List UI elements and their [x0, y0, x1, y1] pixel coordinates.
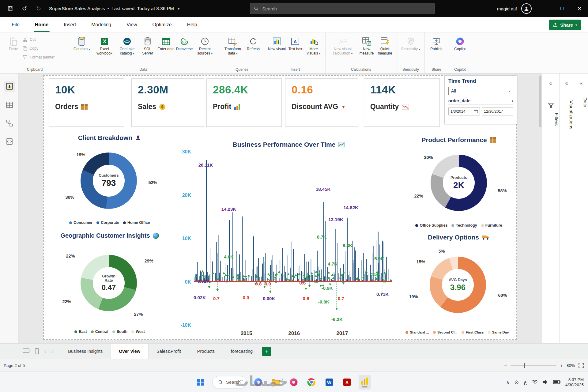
language-indicator[interactable]: ع	[524, 379, 527, 385]
onelake-catalog-button[interactable]: OneLake catalog ▾	[116, 34, 138, 56]
legend-item[interactable]: Same Day	[488, 330, 509, 334]
chevron-down-icon[interactable]: ▼	[177, 7, 180, 10]
quick-measure-button[interactable]: Quick measure	[376, 34, 394, 55]
fit-to-page-icon[interactable]	[579, 363, 584, 368]
taskbar-search[interactable]: Search	[212, 376, 247, 388]
page-tab-over-view[interactable]: Over View	[111, 344, 149, 359]
kpi-card-discount[interactable]: 0.16 Discount AVG▼	[285, 78, 358, 127]
maximize-button[interactable]: ☐	[554, 0, 571, 17]
more-visuals-button[interactable]: More visuals ▾	[304, 34, 323, 56]
time-trend-filter-dropdown[interactable]: All ▾	[448, 87, 513, 95]
copilot-button[interactable]: Copilot	[451, 34, 469, 51]
wifi-icon[interactable]	[532, 380, 538, 384]
sql-server-button[interactable]: SQL Server	[138, 34, 157, 55]
kpi-card-profit[interactable]: 286.4K Profit	[206, 78, 282, 127]
legend-item[interactable]: Furniture	[481, 223, 502, 228]
minimize-button[interactable]: ─	[537, 0, 554, 17]
windows-start-button[interactable]	[194, 375, 207, 390]
menu-help[interactable]: Help	[184, 17, 200, 32]
menu-file[interactable]: File	[9, 17, 23, 32]
legend-item[interactable]: Office Supplies	[415, 223, 447, 228]
copilot-taskbar-icon[interactable]	[252, 375, 264, 390]
table-view-icon[interactable]	[4, 99, 15, 110]
legend-item[interactable]: First Class	[462, 330, 484, 334]
geographic-donut[interactable]: Growth Rate 0.47	[81, 255, 137, 311]
client-breakdown-donut[interactable]: Customers 793	[81, 153, 137, 209]
save-icon[interactable]	[4, 2, 17, 15]
dataverse-button[interactable]: Dataverse	[175, 34, 194, 51]
menu-home[interactable]: Home	[32, 17, 51, 32]
legend-item[interactable]: West	[131, 330, 145, 334]
word-icon[interactable]: W	[323, 375, 335, 390]
legend-item[interactable]: Second Cl...	[433, 330, 458, 334]
add-page-button[interactable]: +	[262, 344, 272, 359]
publish-button[interactable]: Publish	[427, 34, 446, 51]
time-trend-panel[interactable]: Time Trend All ▾ order_date ▾ 1/3/2014 1…	[444, 75, 517, 124]
page-tab-business-insights[interactable]: Business Insights	[60, 344, 111, 359]
powerbi-taskbar-icon[interactable]	[359, 375, 371, 390]
legend-item[interactable]: Standard ...	[405, 330, 429, 334]
legend-item[interactable]: Technology	[451, 223, 477, 228]
visualizations-pane[interactable]: « Visualizations	[559, 74, 574, 343]
search-input[interactable]	[262, 6, 431, 12]
filters-pane[interactable]: « Filters	[542, 74, 559, 343]
legend-item[interactable]: Home Office	[123, 221, 150, 225]
start-date-input[interactable]: 1/3/2014	[448, 107, 480, 115]
report-canvas[interactable]: 10K Orders 2.30M Sales$ 286.4K Profit 0.…	[43, 75, 517, 340]
page-tab-products[interactable]: Products	[189, 344, 223, 359]
mobile-layout-icon[interactable]	[35, 348, 39, 354]
menu-view[interactable]: View	[123, 17, 140, 32]
close-button[interactable]: ✕	[571, 0, 588, 17]
kpi-card-sales[interactable]: 2.30M Sales$	[131, 78, 204, 127]
end-date-input[interactable]: 12/30/2017	[482, 107, 513, 115]
clock[interactable]: 8:37 PM 4/30/2025	[565, 377, 584, 387]
model-view-icon[interactable]	[4, 118, 15, 129]
excel-workbook-button[interactable]: Excel workbook	[93, 34, 116, 55]
zoom-out-icon[interactable]: −	[504, 363, 507, 368]
legend-item[interactable]: East	[74, 330, 87, 334]
legend-item[interactable]: Central	[91, 330, 108, 334]
refresh-button[interactable]: Refresh	[244, 34, 262, 51]
zoom-slider[interactable]	[511, 365, 556, 366]
get-data-button[interactable]: Get data ▾	[70, 34, 93, 52]
legend-item[interactable]: South	[112, 330, 127, 334]
avatar[interactable]	[521, 3, 532, 14]
transform-data-button[interactable]: Transform data ▾	[221, 34, 244, 56]
dax-query-view-icon[interactable]	[4, 136, 15, 147]
zoom-level[interactable]: 80%	[567, 363, 575, 368]
pink-app-icon[interactable]	[288, 375, 300, 390]
product-performance-donut[interactable]: Products 2K	[431, 155, 487, 211]
kpi-card-quantity[interactable]: 114K Quantity	[364, 78, 440, 127]
menu-optimize[interactable]: Optimize	[149, 17, 175, 32]
menu-modeling[interactable]: Modeling	[88, 17, 114, 32]
new-visual-button[interactable]: New visual	[268, 34, 286, 51]
new-measure-button[interactable]: # New measure	[357, 34, 376, 55]
order-date-field[interactable]: order_date ▾	[448, 98, 513, 105]
desktop-layout-icon[interactable]	[23, 349, 29, 354]
zoom-slider-thumb[interactable]	[524, 363, 525, 368]
performance-time-chart[interactable]: 30K20K10K0K-10K20152016201728.11K14.23K1…	[181, 141, 396, 339]
acrobat-pdf-icon[interactable]: A	[341, 375, 353, 390]
share-button[interactable]: Share ▾	[549, 20, 581, 30]
text-box-button[interactable]: A Text box	[286, 34, 304, 51]
delivery-options-donut[interactable]: AVG Days 3.96	[430, 257, 486, 313]
global-search-box[interactable]	[250, 3, 435, 14]
report-view-icon[interactable]	[4, 81, 15, 92]
menu-insert[interactable]: Insert	[61, 17, 79, 32]
collapse-chevron-icon[interactable]: «	[542, 80, 559, 86]
data-pane[interactable]: « Data	[574, 74, 588, 343]
user-name[interactable]: magid atif	[497, 6, 517, 11]
volume-icon[interactable]	[543, 380, 548, 384]
collapse-chevron-icon[interactable]: «	[560, 80, 574, 86]
recent-sources-button[interactable]: Recent sources ▾	[194, 34, 216, 56]
canvas-scrollbar[interactable]	[539, 75, 541, 340]
kpi-card-orders[interactable]: 10K Orders	[49, 78, 124, 127]
page-tab-sales-profit[interactable]: Sales&Profit	[149, 344, 189, 359]
page-tab-forecasting[interactable]: forecasting	[223, 344, 261, 359]
next-page-arrow-icon[interactable]: ›	[52, 348, 54, 354]
collapse-chevron-icon[interactable]: «	[574, 80, 588, 86]
enter-data-button[interactable]: Enter data	[157, 34, 175, 51]
zoom-in-icon[interactable]: +	[560, 363, 563, 368]
legend-item[interactable]: Corporate	[96, 221, 119, 225]
legend-item[interactable]: Consumer	[69, 221, 92, 225]
